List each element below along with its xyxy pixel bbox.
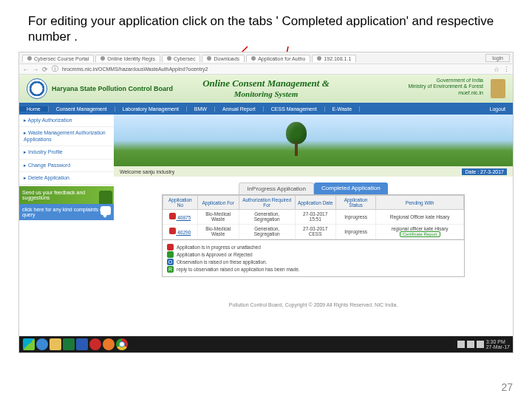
browser-tab[interactable]: Downloads (202, 55, 245, 62)
tray-icon[interactable] (457, 341, 465, 348)
info-icon[interactable]: ⓘ (51, 66, 58, 73)
sidebar-item-password[interactable]: Change Password (19, 160, 114, 172)
hand-icon (99, 191, 112, 204)
applications-table: Application No Application For Authoriza… (162, 194, 465, 240)
ie-icon[interactable] (36, 338, 48, 350)
site-banner: Haryana State Pollution Control Board On… (19, 75, 513, 103)
nav-annual[interactable]: Annual Report (215, 106, 264, 112)
start-icon[interactable] (23, 338, 35, 350)
welcome-text: Welcome sanju industry (120, 169, 174, 174)
col-app-for: Application For (197, 196, 239, 210)
hspcb-logo-icon (27, 78, 47, 99)
sidebar-item-profile[interactable]: Industry Profile (19, 146, 114, 159)
tab-inprogress[interactable]: InProgress Application (239, 183, 314, 194)
nav-home[interactable]: Home (19, 106, 49, 112)
legend-o-icon: O (167, 259, 174, 265)
browser-tab[interactable]: Online Identity Regis (95, 55, 160, 62)
address-bar: ← → ⟳ ⓘ hrocmms.nic.in/OCMMS/hazardousWa… (19, 64, 513, 75)
browser-tab-strip: Cybersec Course Portal Online Identity R… (19, 52, 513, 64)
excel-icon[interactable] (63, 338, 75, 350)
system-tray[interactable]: 3:30 PM 27-Mar-17 (457, 339, 510, 349)
status-square-icon (169, 228, 176, 234)
legend-green-icon (167, 251, 174, 258)
col-status: Application Status (335, 196, 376, 210)
certificate-badge[interactable]: Certificate Report (400, 231, 440, 238)
legend-box: Application is in progress or unattached… (162, 240, 465, 277)
table-row: 40290 Bio-Medical Waste Generation, Segr… (163, 224, 464, 239)
page-number: 27 (501, 381, 513, 393)
legend-r-icon: R (167, 266, 174, 273)
emblem-icon (491, 79, 505, 98)
instruction-text: For editing your application click on th… (28, 13, 510, 45)
app-number-link[interactable]: 40875 (163, 210, 198, 224)
board-name: Haryana State Pollution Control Board (52, 85, 173, 92)
nav-bmw[interactable]: BMW (187, 106, 215, 112)
date-badge: Date : 27-3-2017 (462, 168, 507, 175)
clock: 3:30 PM 27-Mar-17 (486, 339, 510, 349)
back-icon[interactable]: ← (22, 66, 30, 73)
col-pending: Pending With (376, 196, 464, 210)
windows-taskbar: 3:30 PM 27-Mar-17 (19, 336, 513, 352)
word-icon[interactable] (76, 338, 88, 350)
nav-cess[interactable]: CESS Management (264, 106, 325, 112)
explorer-icon[interactable] (50, 338, 61, 350)
sidebar-item-apply[interactable]: Apply Authorization (19, 115, 114, 127)
reload-icon[interactable]: ⟳ (41, 66, 49, 73)
sidebar-item-delete[interactable]: Delete Application (19, 172, 114, 185)
feedback-banner[interactable]: Send us your feedback and suggestions (19, 186, 114, 204)
application-tabs: InProgress Application Completed Applica… (239, 183, 387, 194)
nav-lab[interactable]: Laboratory Management (115, 106, 187, 112)
browser-tab[interactable]: Cybersec Course Portal (22, 55, 94, 62)
status-square-icon (169, 213, 176, 219)
browser-tab[interactable]: Application for Autho (246, 55, 310, 62)
opera-icon[interactable] (89, 338, 101, 350)
nav-ewaste[interactable]: E-Waste (325, 106, 361, 112)
welcome-bar: Welcome sanju industry Date : 27-3-2017 (114, 166, 513, 177)
site-title: Online Consent Management & Monitoring S… (202, 78, 330, 98)
top-nav: Home Consent Management Laboratory Manag… (19, 103, 513, 115)
sidebar-item-waste[interactable]: Waste Management Authorization Applicati… (19, 127, 114, 146)
speech-bubble-icon (100, 206, 111, 215)
tab-completed[interactable]: Completed Application (314, 183, 388, 194)
browser-tab[interactable]: 192.168.1.1 (312, 55, 356, 62)
forward-icon[interactable]: → (32, 66, 39, 73)
col-auth-req: Authorization Required For (239, 196, 295, 210)
sidebar: Apply Authorization Waste Management Aut… (19, 115, 114, 310)
gov-text: Government of India Ministry of Environm… (408, 78, 483, 96)
table-row: 40875 Bio-Medical Waste Generation, Segr… (163, 210, 464, 224)
browser-tab[interactable]: Cybersec (162, 55, 201, 62)
star-icon[interactable]: ☆ (493, 66, 500, 73)
firefox-icon[interactable] (103, 338, 115, 350)
app-number-link[interactable]: 40290 (163, 224, 198, 239)
complaints-banner[interactable]: click here for any kind complaints or qu… (19, 204, 114, 220)
col-app-no: Application No (163, 196, 198, 210)
nav-logout[interactable]: Logout (482, 106, 513, 112)
url-field[interactable]: hrocmms.nic.in/OCMMS/hazardousWasteAuthA… (61, 66, 491, 72)
menu-icon[interactable]: ⋮ (502, 66, 510, 73)
hero-image (114, 115, 513, 166)
footer-text: Pollution Control Board, Copyright © 200… (114, 300, 513, 310)
tree-icon (282, 122, 311, 159)
tray-icon[interactable] (467, 341, 474, 348)
nav-consent[interactable]: Consent Management (49, 106, 115, 112)
col-app-date: Application Date (295, 196, 335, 210)
embedded-screenshot: Cybersec Course Portal Online Identity R… (18, 52, 514, 353)
login-button[interactable]: login (485, 54, 510, 62)
chrome-icon[interactable] (116, 338, 128, 350)
tray-icon[interactable] (477, 341, 484, 348)
legend-red-icon (167, 244, 174, 250)
main-area: Welcome sanju industry Date : 27-3-2017 … (114, 115, 513, 310)
